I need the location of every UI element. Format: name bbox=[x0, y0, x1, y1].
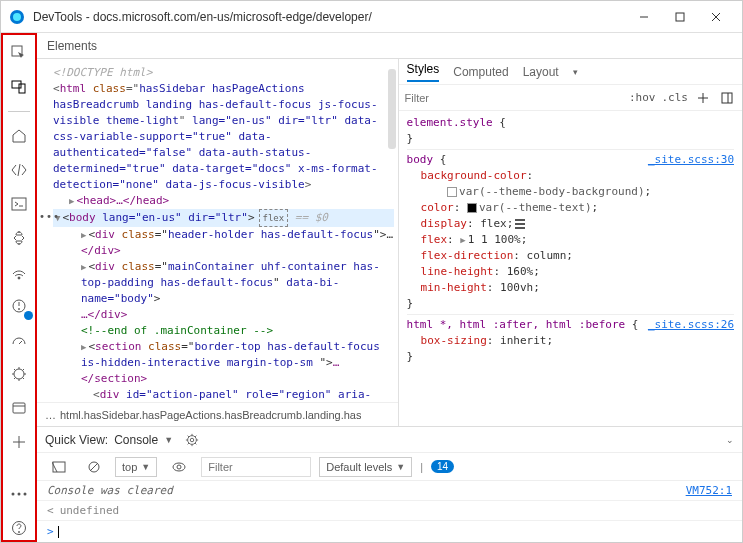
elements-icon[interactable] bbox=[7, 158, 31, 182]
live-expression-icon[interactable] bbox=[165, 457, 193, 477]
source-link[interactable]: _site.scss:30 bbox=[648, 152, 734, 168]
tab-computed[interactable]: Computed bbox=[453, 65, 508, 79]
console-toolbar: top▼ Default levels▼ | 14 bbox=[37, 453, 742, 481]
svg-point-12 bbox=[19, 309, 20, 310]
console-icon[interactable] bbox=[7, 192, 31, 216]
cls-toggle[interactable]: .cls bbox=[662, 91, 689, 104]
add-tool-icon[interactable] bbox=[7, 430, 31, 454]
svg-point-28 bbox=[190, 438, 194, 442]
styles-rules[interactable]: element.style { } _site.scss:30body { ba… bbox=[399, 111, 742, 426]
dom-tree[interactable]: <!DOCTYPE html> <html class="hasSidebar … bbox=[37, 59, 398, 402]
svg-point-18 bbox=[12, 493, 15, 496]
breadcrumb[interactable]: … html.hasSidebar.hasPageActions.hasBrea… bbox=[37, 402, 398, 426]
styles-tabs: Styles Computed Layout ▾ bbox=[399, 59, 742, 85]
tab-styles[interactable]: Styles bbox=[407, 62, 440, 82]
console-input[interactable]: > bbox=[37, 521, 742, 542]
console-filter-input[interactable] bbox=[201, 457, 311, 477]
styles-filter-input[interactable] bbox=[405, 92, 623, 104]
svg-rect-3 bbox=[676, 13, 684, 21]
close-button[interactable] bbox=[698, 3, 734, 31]
elements-tab[interactable]: Elements bbox=[47, 39, 97, 53]
more-icon[interactable] bbox=[7, 482, 31, 506]
network-icon[interactable] bbox=[7, 260, 31, 284]
svg-point-19 bbox=[18, 493, 21, 496]
performance-icon[interactable] bbox=[7, 328, 31, 352]
chevron-down-icon[interactable]: ⌄ bbox=[726, 435, 734, 445]
source-link[interactable]: _site.scss:26 bbox=[648, 317, 734, 333]
quickview-panel-select[interactable]: Console bbox=[114, 433, 158, 447]
new-rule-icon[interactable] bbox=[694, 89, 712, 107]
svg-point-33 bbox=[173, 463, 185, 471]
maximize-button[interactable] bbox=[662, 3, 698, 31]
svg-rect-14 bbox=[13, 403, 25, 413]
svg-point-10 bbox=[18, 277, 20, 279]
svg-point-22 bbox=[19, 532, 20, 533]
chevron-down-icon[interactable]: ▾ bbox=[573, 67, 578, 77]
svg-point-34 bbox=[177, 465, 181, 469]
sidebar-toggle-icon[interactable] bbox=[45, 457, 73, 477]
gear-icon[interactable] bbox=[185, 433, 199, 447]
clear-console-icon[interactable] bbox=[81, 457, 107, 477]
quick-view-header: Quick View: Console ▼ ⌄ bbox=[37, 427, 742, 453]
console-output: Console was clearedVM752:1 <undefined > bbox=[37, 481, 742, 542]
inspect-icon[interactable] bbox=[7, 41, 31, 65]
svg-rect-25 bbox=[722, 93, 732, 103]
tab-layout[interactable]: Layout bbox=[523, 65, 559, 79]
log-levels-selector[interactable]: Default levels▼ bbox=[319, 457, 412, 477]
context-selector[interactable]: top▼ bbox=[115, 457, 157, 477]
titlebar: DevTools - docs.microsoft.com/en-us/micr… bbox=[1, 1, 742, 33]
application-icon[interactable] bbox=[7, 396, 31, 420]
flex-grid-icon[interactable] bbox=[515, 219, 525, 229]
hov-toggle[interactable]: :hov bbox=[629, 91, 656, 104]
svg-point-20 bbox=[24, 493, 27, 496]
device-emulation-icon[interactable] bbox=[7, 75, 31, 99]
devtools-icon bbox=[9, 9, 25, 25]
issues-icon[interactable] bbox=[7, 294, 31, 318]
sources-icon[interactable] bbox=[7, 226, 31, 250]
help-icon[interactable] bbox=[7, 516, 31, 540]
svg-rect-9 bbox=[12, 198, 26, 210]
activity-bar bbox=[1, 33, 37, 542]
svg-line-32 bbox=[90, 463, 98, 471]
welcome-icon[interactable] bbox=[7, 124, 31, 148]
svg-point-1 bbox=[13, 13, 21, 21]
computed-sidebar-icon[interactable] bbox=[718, 89, 736, 107]
window-title: DevTools - docs.microsoft.com/en-us/micr… bbox=[33, 10, 626, 24]
tool-header: Elements bbox=[37, 33, 742, 59]
source-link[interactable]: VM752:1 bbox=[686, 484, 732, 497]
minimize-button[interactable] bbox=[626, 3, 662, 31]
memory-icon[interactable] bbox=[7, 362, 31, 386]
issues-button[interactable]: 14 bbox=[431, 460, 454, 473]
